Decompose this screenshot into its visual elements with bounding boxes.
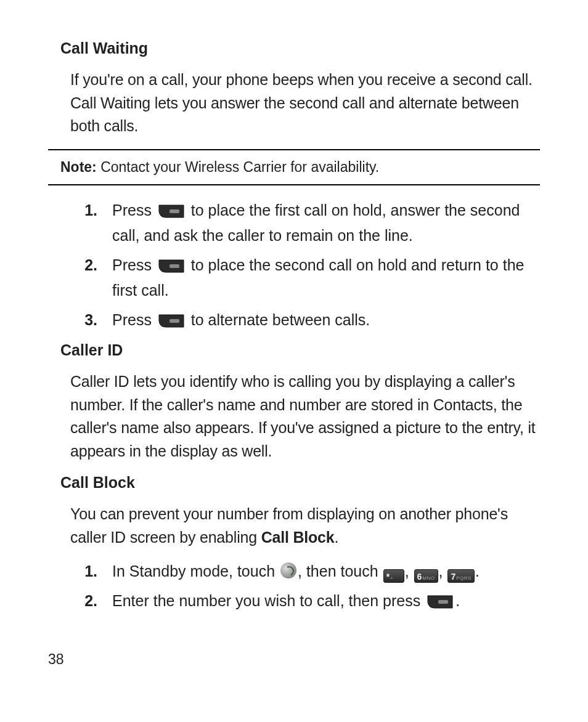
step-text: , xyxy=(439,562,447,580)
note-box: Note: Contact your Wireless Carrier for … xyxy=(48,149,540,185)
step-body: In Standby mode, touch , then touch *+, … xyxy=(112,560,540,583)
send-key-icon xyxy=(427,592,453,615)
step-body: Press to place the second call on hold a… xyxy=(112,254,540,302)
step-number: 1. xyxy=(48,199,112,222)
step-body: Press to place the first call on hold, a… xyxy=(112,199,540,248)
step-number: 3. xyxy=(48,309,112,332)
manual-page: Call Waiting If you're on a call, your p… xyxy=(0,0,588,722)
svg-rect-3 xyxy=(438,600,448,604)
heading-call-block: Call Block xyxy=(60,474,540,492)
svg-rect-1 xyxy=(169,264,179,268)
keypad-7-icon: 7PQRS xyxy=(447,569,474,583)
step-item: 3. Press to alternate between calls. xyxy=(48,309,540,335)
send-key-icon xyxy=(158,256,184,280)
step-text: Press xyxy=(112,311,156,328)
step-text: , xyxy=(405,562,414,580)
step-item: 2. Enter the number you wish to call, th… xyxy=(48,590,540,615)
svg-rect-2 xyxy=(169,319,179,323)
heading-call-waiting: Call Waiting xyxy=(60,39,540,57)
step-body: Press to alternate between calls. xyxy=(112,309,540,335)
para-call-block: You can prevent your number from display… xyxy=(70,503,540,549)
note-label: Note: xyxy=(60,159,97,175)
para-bold: Call Block xyxy=(261,529,335,546)
step-text: . xyxy=(455,592,460,609)
svg-rect-0 xyxy=(169,209,179,213)
para-text: . xyxy=(335,529,339,546)
steps-call-waiting: 1. Press to place the first call on hold… xyxy=(48,199,540,335)
step-text: . xyxy=(475,562,480,580)
step-text: Enter the number you wish to call, then … xyxy=(112,592,425,609)
send-key-icon xyxy=(158,201,184,225)
step-text: to alternate between calls. xyxy=(191,311,370,328)
para-caller-id: Caller ID lets you identify who is calli… xyxy=(70,370,540,463)
step-body: Enter the number you wish to call, then … xyxy=(112,590,540,615)
step-number: 1. xyxy=(48,560,112,583)
step-text: , then touch xyxy=(298,562,383,580)
step-item: 2. Press to place the second call on hol… xyxy=(48,254,540,302)
step-number: 2. xyxy=(48,590,112,613)
step-text: In Standby mode, touch xyxy=(112,562,279,580)
step-number: 2. xyxy=(48,254,112,277)
keypad-star-icon: *+ xyxy=(383,569,404,583)
step-item: 1. Press to place the first call on hold… xyxy=(48,199,540,248)
send-key-icon xyxy=(158,311,184,335)
steps-call-block: 1. In Standby mode, touch , then touch *… xyxy=(48,560,540,615)
para-call-waiting: If you're on a call, your phone beeps wh… xyxy=(70,68,540,138)
step-item: 1. In Standby mode, touch , then touch *… xyxy=(48,560,540,583)
dialer-icon xyxy=(280,562,296,578)
heading-caller-id: Caller ID xyxy=(60,341,540,359)
note-text: Contact your Wireless Carrier for availa… xyxy=(97,159,379,175)
keypad-6-icon: 6MNO xyxy=(414,569,438,583)
page-number: 38 xyxy=(48,651,64,668)
step-text: Press xyxy=(112,201,156,219)
step-text: Press xyxy=(112,256,156,274)
